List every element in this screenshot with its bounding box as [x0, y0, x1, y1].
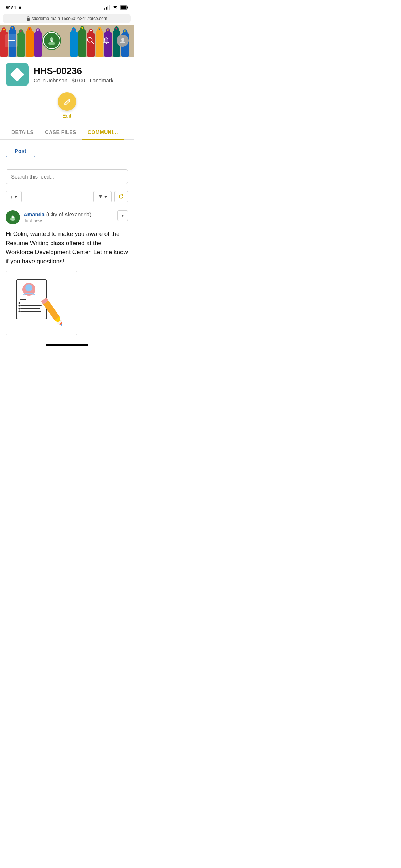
- signal-strength-icon: [104, 5, 110, 10]
- case-type-icon: [6, 63, 29, 86]
- post-section: Post: [0, 140, 134, 160]
- post-image: [6, 271, 77, 335]
- notifications-button[interactable]: [101, 35, 112, 46]
- post-header: Amanda (City of Alexandria) Just now ▾: [6, 210, 128, 224]
- status-bar: 9:21: [0, 0, 134, 12]
- svg-point-43: [48, 42, 55, 45]
- feed-post: Amanda (City of Alexandria) Just now ▾ H…: [0, 205, 134, 340]
- tab-communi[interactable]: COMMUNI...: [82, 125, 124, 139]
- filter-refresh-group: ▾: [93, 191, 128, 202]
- banner-controls: [0, 25, 134, 57]
- search-section: [0, 165, 134, 188]
- app-logo: [42, 31, 61, 50]
- hamburger-menu-button[interactable]: [5, 34, 18, 47]
- wifi-icon: [112, 5, 118, 10]
- lock-icon: [26, 16, 30, 21]
- edit-pencil-icon: [63, 98, 71, 105]
- edit-label: Edit: [62, 113, 71, 119]
- svg-point-63: [19, 311, 20, 312]
- svg-point-61: [19, 305, 20, 307]
- home-bar: [46, 344, 88, 346]
- svg-point-60: [19, 302, 20, 304]
- refresh-button[interactable]: [114, 191, 128, 202]
- header-banner: ♥ ♥ ♥ ♥ ♥ ♥ ♥ ♥: [0, 25, 134, 57]
- dropdown-arrow-icon: ▾: [122, 213, 124, 218]
- author-name: Amanda: [24, 211, 45, 217]
- author-info: Amanda (City of Alexandria) Just now: [24, 211, 91, 223]
- case-amount: $0.00: [72, 77, 86, 83]
- case-location: Landmark: [90, 77, 114, 83]
- filter-dropdown-icon: ▾: [104, 194, 107, 200]
- location-arrow-icon: [18, 5, 22, 10]
- svg-marker-0: [18, 6, 22, 9]
- case-client: Colin Johnson: [34, 77, 67, 83]
- sort-icon: ↕: [10, 194, 13, 200]
- resume-writing-illustration: [9, 274, 73, 331]
- sort-filter-bar: ↕ ▾ ▾: [0, 188, 134, 205]
- search-feed-input[interactable]: [11, 174, 123, 180]
- post-timestamp: Just now: [24, 218, 91, 223]
- logo-icon: [45, 34, 58, 47]
- sort-dropdown-icon: ▾: [15, 194, 17, 200]
- edit-section: Edit: [0, 89, 134, 125]
- post-author-row: Amanda (City of Alexandria) Just now: [6, 210, 91, 224]
- svg-point-62: [19, 308, 20, 310]
- case-number: HHS-00236: [34, 66, 113, 77]
- tab-details[interactable]: DETAILS: [6, 125, 39, 139]
- post-body: Hi Colin, wanted to make you aware of th…: [6, 229, 128, 266]
- tabs-row: DETAILS CASE FILES COMMUNI...: [0, 125, 134, 140]
- post-button[interactable]: Post: [6, 145, 35, 157]
- url-text: sdodemo-main-15ce609a8d1.force.com: [31, 16, 107, 21]
- svg-rect-3: [127, 6, 128, 8]
- case-meta: Colin Johnson · $0.00 · Landmark: [34, 77, 113, 83]
- svg-rect-4: [121, 6, 127, 9]
- search-input-wrap: [6, 169, 128, 184]
- svg-point-54: [25, 284, 32, 291]
- svg-point-51: [12, 216, 14, 218]
- time-display: 9:21: [6, 4, 16, 10]
- user-avatar-button[interactable]: [117, 35, 129, 47]
- spacer: [0, 160, 134, 165]
- svg-point-50: [10, 218, 15, 221]
- svg-point-44: [51, 40, 53, 42]
- post-options-button[interactable]: ▾: [117, 210, 128, 221]
- bell-icon: [102, 37, 110, 45]
- url-bar: sdodemo-main-15ce609a8d1.force.com: [3, 14, 131, 23]
- case-info: HHS-00236 Colin Johnson · $0.00 · Landma…: [34, 66, 113, 83]
- svg-rect-5: [27, 18, 30, 21]
- refresh-icon: [118, 194, 124, 200]
- banner-right-icons: [85, 35, 129, 47]
- tab-case-files[interactable]: CASE FILES: [39, 125, 82, 139]
- sort-button[interactable]: ↕ ▾: [6, 191, 22, 202]
- svg-line-46: [92, 42, 94, 44]
- search-icon: [87, 37, 94, 45]
- author-avatar: [6, 210, 20, 224]
- search-button[interactable]: [85, 35, 96, 46]
- status-time: 9:21: [6, 4, 22, 10]
- case-header: HHS-00236 Colin Johnson · $0.00 · Landma…: [0, 57, 134, 89]
- author-avatar-icon: [8, 212, 18, 222]
- filter-button[interactable]: ▾: [93, 191, 112, 202]
- status-icons: [104, 5, 128, 10]
- svg-point-1: [115, 9, 115, 9]
- funnel-icon: [98, 195, 103, 199]
- home-indicator: [0, 340, 134, 348]
- author-org: (City of Alexandria): [46, 211, 92, 217]
- edit-button[interactable]: [58, 92, 76, 111]
- user-icon: [119, 37, 127, 45]
- svg-point-47: [121, 38, 124, 41]
- battery-icon: [120, 5, 128, 10]
